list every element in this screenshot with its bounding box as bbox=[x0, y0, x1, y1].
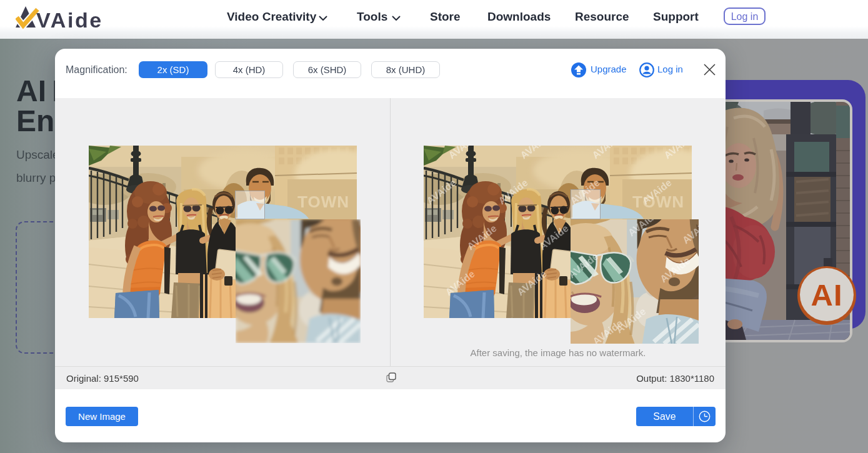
svg-text:VAide: VAide bbox=[36, 8, 103, 31]
